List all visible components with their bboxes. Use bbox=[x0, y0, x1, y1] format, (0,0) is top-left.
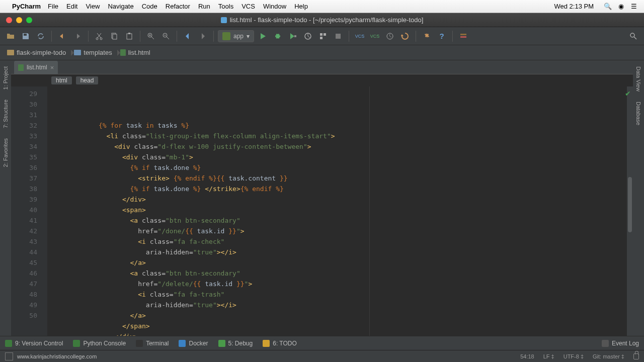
menu-navigate[interactable]: Navigate bbox=[108, 3, 133, 10]
svg-rect-6 bbox=[128, 33, 130, 34]
file-icon bbox=[221, 17, 227, 23]
close-tab-icon[interactable]: × bbox=[50, 64, 54, 71]
toolwindow-pythonconsole[interactable]: Python Console bbox=[73, 340, 126, 347]
vcs-update-button[interactable]: VCS bbox=[353, 30, 366, 43]
svg-rect-4 bbox=[113, 34, 117, 39]
event-log-icon bbox=[602, 340, 609, 347]
menubar-clock[interactable]: Wed 2:13 PM bbox=[554, 3, 594, 10]
editor-tab-list-html[interactable]: list.html × bbox=[14, 61, 58, 74]
toolwindow-debug[interactable]: 5: Debug bbox=[218, 340, 253, 347]
toolwindow-label: 9: Version Control bbox=[15, 340, 63, 347]
redo-button[interactable] bbox=[71, 30, 84, 43]
menu-file[interactable]: File bbox=[48, 3, 58, 10]
revert-button[interactable] bbox=[398, 30, 412, 43]
undo-button[interactable] bbox=[56, 30, 69, 43]
siri-icon[interactable]: ◉ bbox=[617, 3, 625, 11]
svg-point-19 bbox=[630, 33, 634, 37]
debug-button[interactable] bbox=[271, 30, 284, 43]
folder-blue-icon bbox=[74, 50, 81, 55]
concurrency-button[interactable] bbox=[316, 30, 330, 43]
svg-rect-12 bbox=[320, 33, 323, 36]
event-log-button[interactable]: Event Log bbox=[602, 340, 639, 347]
toolwindow-docker[interactable]: Docker bbox=[179, 340, 208, 347]
svg-rect-18 bbox=[460, 36, 466, 38]
show-history-button[interactable] bbox=[383, 30, 396, 43]
toolwindow-label: 6: TODO bbox=[273, 340, 297, 347]
right-toolwindow-bar: Data ViewDatabase bbox=[633, 60, 644, 336]
menu-window[interactable]: Window bbox=[263, 3, 286, 10]
svg-rect-14 bbox=[320, 37, 323, 39]
file-encoding[interactable]: UTF-8 ‡ bbox=[564, 353, 584, 359]
sidetab-dataview[interactable]: Data View bbox=[634, 62, 642, 96]
toggle-toolwindows-icon[interactable] bbox=[5, 352, 13, 360]
run-with-coverage-button[interactable] bbox=[286, 30, 299, 43]
menu-vcs[interactable]: VCS bbox=[242, 3, 255, 10]
minimize-window-icon[interactable] bbox=[16, 17, 22, 23]
svg-rect-5 bbox=[127, 34, 132, 39]
sidetab-favorites[interactable]: 2: Favorites bbox=[2, 134, 10, 171]
breadcrumb-templates[interactable]: templates bbox=[71, 45, 117, 60]
toolwindow-versioncontrol[interactable]: 9: Version Control bbox=[5, 340, 63, 347]
project-structure-button[interactable] bbox=[457, 30, 470, 43]
file-html-icon bbox=[120, 49, 126, 56]
event-log-label: Event Log bbox=[612, 340, 639, 347]
tab-label: list.html bbox=[27, 64, 47, 71]
stop-button[interactable] bbox=[332, 30, 345, 43]
caret-position[interactable]: 54:18 bbox=[520, 353, 534, 359]
toolwindow-icon bbox=[218, 340, 225, 347]
mac-menubar: PyCharm FileEditViewNavigateCodeRefactor… bbox=[0, 0, 644, 13]
toolwindow-icon bbox=[179, 340, 186, 347]
menu-refactor[interactable]: Refactor bbox=[166, 3, 190, 10]
app-name[interactable]: PyCharm bbox=[12, 3, 41, 10]
git-branch[interactable]: Git: master ‡ bbox=[593, 353, 624, 359]
code-crumb-head[interactable]: head bbox=[76, 76, 99, 84]
sync-button[interactable] bbox=[34, 30, 47, 43]
menu-code[interactable]: Code bbox=[142, 3, 157, 10]
breadcrumb-flask-simple-todo[interactable]: flask-simple-todo bbox=[4, 45, 71, 60]
editor-scrollbar[interactable]: ✔ bbox=[627, 86, 633, 336]
run-button[interactable] bbox=[256, 30, 269, 43]
code-crumb-html[interactable]: html bbox=[51, 76, 72, 84]
code-editor[interactable]: 2930313233343536373839404142434445464748… bbox=[11, 86, 633, 336]
watermark-text: www.karinjachristiancollege.com bbox=[17, 353, 97, 359]
sidetab-project[interactable]: 1: Project bbox=[2, 62, 10, 94]
menu-run[interactable]: Run bbox=[198, 3, 210, 10]
sidetab-database[interactable]: Database bbox=[634, 98, 642, 129]
run-config-selector[interactable]: app ▾ bbox=[218, 30, 254, 42]
toolwindow-icon bbox=[263, 340, 270, 347]
cut-button[interactable] bbox=[93, 30, 106, 43]
help-button[interactable]: ? bbox=[435, 30, 448, 43]
line-separator[interactable]: LF ‡ bbox=[543, 353, 554, 359]
sidetab-structure[interactable]: 7: Structure bbox=[2, 96, 10, 132]
menu-view[interactable]: View bbox=[86, 3, 100, 10]
zoom-window-icon[interactable] bbox=[26, 17, 32, 23]
readonly-lock-icon[interactable] bbox=[633, 353, 639, 359]
nav-forward-button[interactable] bbox=[196, 30, 209, 43]
notification-center-icon[interactable]: ☰ bbox=[630, 3, 638, 11]
settings-button[interactable] bbox=[420, 30, 433, 43]
crumb-label: list.html bbox=[128, 49, 150, 56]
toolwindow-label: Python Console bbox=[83, 340, 126, 347]
spotlight-icon[interactable]: 🔍 bbox=[604, 3, 612, 11]
copy-button[interactable] bbox=[108, 30, 121, 43]
toolwindow-icon bbox=[5, 340, 12, 347]
menu-help[interactable]: Help bbox=[294, 3, 308, 10]
save-all-button[interactable] bbox=[19, 30, 32, 43]
zoom-in-icon[interactable] bbox=[144, 30, 157, 43]
toolwindow-todo[interactable]: 6: TODO bbox=[263, 340, 297, 347]
close-window-icon[interactable] bbox=[6, 17, 12, 23]
vcs-commit-button[interactable]: VCS bbox=[368, 30, 381, 43]
toolwindow-terminal[interactable]: Terminal bbox=[136, 340, 169, 347]
editor-tabs: list.html × bbox=[11, 60, 633, 74]
nav-back-button[interactable] bbox=[181, 30, 194, 43]
zoom-out-icon[interactable] bbox=[159, 30, 173, 43]
scrollbar-thumb[interactable] bbox=[628, 177, 632, 232]
menu-edit[interactable]: Edit bbox=[66, 3, 77, 10]
breadcrumb-list.html[interactable]: list.html bbox=[117, 45, 155, 60]
open-button[interactable] bbox=[4, 30, 17, 43]
search-everywhere-icon[interactable] bbox=[627, 30, 640, 43]
paste-button[interactable] bbox=[123, 30, 136, 43]
menu-tools[interactable]: Tools bbox=[218, 3, 233, 10]
code-content[interactable]: {% for task in tasks %} <li class="list-… bbox=[47, 86, 627, 336]
profile-button[interactable] bbox=[301, 30, 314, 43]
